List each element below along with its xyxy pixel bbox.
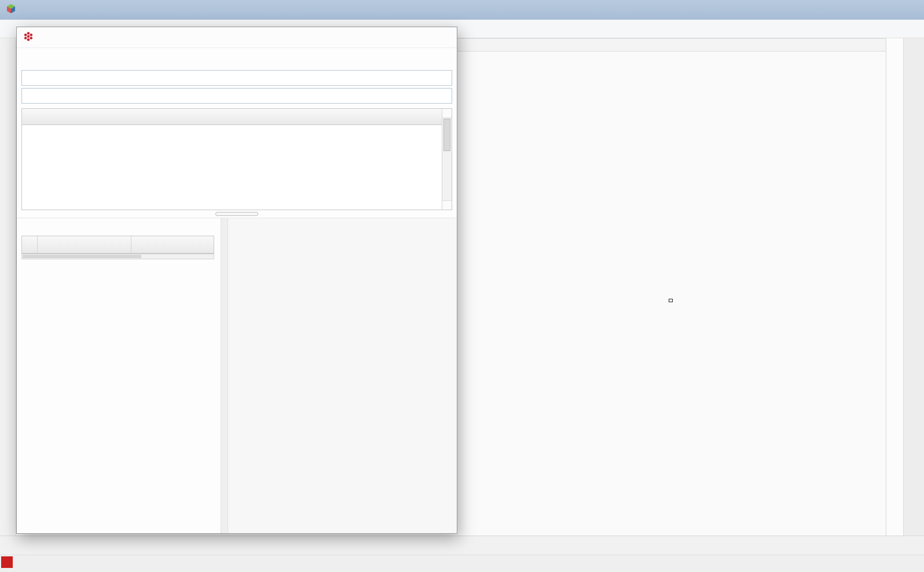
hardness-column-header[interactable] [131, 236, 214, 253]
application-window [0, 0, 924, 572]
polygonsoft-logo-icon [23, 31, 34, 45]
properties-table-body [22, 109, 442, 210]
left-toolbar [0, 38, 16, 536]
properties-header-row [22, 109, 442, 125]
app-logo-icon [6, 3, 16, 16]
points-header-row [22, 236, 214, 254]
properties-table [21, 108, 452, 210]
scroll-thumb[interactable] [443, 119, 450, 151]
horizontal-splitter[interactable] [17, 210, 457, 218]
hscroll-thumb[interactable] [23, 255, 141, 258]
dialog-title-bar[interactable] [17, 27, 457, 48]
status-bar [0, 555, 924, 572]
progress-strip [0, 569, 924, 572]
property-tabs [17, 104, 457, 108]
points-toolbar [21, 218, 221, 236]
sphere-canvas [476, 100, 870, 494]
scroll-track[interactable] [442, 152, 452, 200]
properties-scrollbar[interactable] [442, 109, 452, 210]
mesh-sphere-model[interactable] [476, 100, 870, 494]
vertical-splitter[interactable] [221, 218, 228, 533]
title-bar [0, 0, 924, 20]
splitter-grip[interactable] [215, 212, 258, 216]
scroll-up-button[interactable] [442, 109, 452, 118]
points-table [21, 236, 214, 254]
scroll-down-button[interactable] [442, 200, 452, 210]
material-name-input[interactable] [21, 70, 452, 86]
material-color-swatch[interactable] [1, 556, 13, 568]
right-toolbar [886, 38, 903, 536]
material-properties-dialog [16, 27, 457, 534]
hardness-chart [228, 218, 457, 533]
comment-input[interactable] [21, 88, 452, 104]
points-hscrollbar[interactable] [21, 254, 214, 259]
chart-canvas [230, 251, 454, 512]
dialog-toolbar [17, 48, 457, 68]
curve-editor [17, 218, 457, 533]
sphere-surface [481, 104, 866, 490]
probe-marker [669, 299, 673, 302]
distance-column-header[interactable] [38, 236, 131, 253]
row-number-header [22, 236, 38, 253]
points-panel [17, 218, 221, 533]
right-gutter [903, 38, 924, 536]
bottom-toolbar [0, 536, 924, 555]
